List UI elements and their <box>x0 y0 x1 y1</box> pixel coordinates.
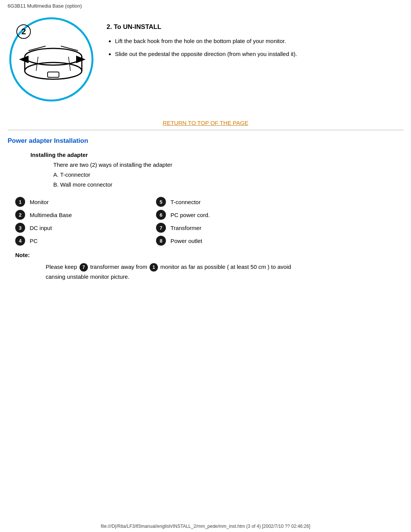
inline-badge-1: 1 <box>150 263 158 272</box>
item-label-6: PC power cord. <box>170 212 210 218</box>
item-label-1: Monitor <box>30 199 49 205</box>
badge-7: 7 <box>156 223 166 233</box>
numbered-item-2: 2 Multimedia Base <box>15 209 141 220</box>
numbered-item-5: 5 T-connector <box>156 196 282 208</box>
adapter-desc1: There are two (2) ways of installing the… <box>53 160 403 169</box>
item-label-2: Multimedia Base <box>30 212 72 218</box>
badge-8: 8 <box>156 236 166 246</box>
page-header: 6G3B11 Multimedia Base (option) <box>0 0 411 12</box>
numbered-item-4: 4 PC <box>15 235 141 246</box>
note-text: Please keep 7 transformer away from 1 mo… <box>46 262 312 281</box>
section-divider <box>8 130 403 130</box>
note-label: Note: <box>15 252 403 258</box>
step2-illustration: 2 <box>8 16 95 104</box>
svg-marker-10 <box>19 56 29 63</box>
svg-text:2: 2 <box>21 27 26 36</box>
installing-adapter-title: Installing the adapter <box>30 152 403 158</box>
item-label-4: PC <box>30 238 38 244</box>
note-text-mid: transformer away from <box>90 264 147 270</box>
item-label-7: Transformer <box>170 225 201 231</box>
item-label-5: T-connector <box>170 199 201 205</box>
uninstall-section: 2 <box>8 16 403 104</box>
numbered-items-grid: 1 Monitor 5 T-connector 2 Multimedia Bas… <box>15 196 282 246</box>
adapter-desc3: B. Wall more connector <box>53 180 403 189</box>
badge-6: 6 <box>156 210 166 220</box>
numbered-item-1: 1 Monitor <box>15 196 141 208</box>
inline-badge-7: 7 <box>80 263 88 272</box>
adapter-desc2: A. T-connector <box>53 170 403 179</box>
numbered-item-8: 8 Power outlet <box>156 235 282 246</box>
return-link-area: RETURN TO TOP OF THE PAGE <box>8 120 403 126</box>
header-title: 6G3B11 Multimedia Base (option) <box>8 3 82 9</box>
note-text-before: Please keep <box>46 264 77 270</box>
uninstall-text-block: 2. To UN-INSTALL Lift the back hook from… <box>107 16 403 62</box>
badge-5: 5 <box>156 197 166 207</box>
numbered-item-3: 3 DC input <box>15 222 141 233</box>
footer-text: file:///D|/Rita/LF3/lf3manual/english/IN… <box>101 524 311 529</box>
uninstall-step1: Lift the back hook from the hole on the … <box>115 36 403 46</box>
badge-3: 3 <box>15 223 25 233</box>
badge-4: 4 <box>15 236 25 246</box>
numbered-item-7: 7 Transformer <box>156 222 282 233</box>
uninstall-title: 2. To UN-INSTALL <box>107 23 403 31</box>
badge-1: 1 <box>15 197 25 207</box>
numbered-item-6: 6 PC power cord. <box>156 209 282 220</box>
uninstall-list: Lift the back hook from the hole on the … <box>107 36 403 59</box>
return-to-top-link[interactable]: RETURN TO TOP OF THE PAGE <box>163 120 249 126</box>
item-label-3: DC input <box>30 225 52 231</box>
item-label-8: Power outlet <box>170 238 202 244</box>
uninstall-step2: Slide out the pedestal the opposite dire… <box>115 49 403 59</box>
power-adapter-title: Power adapter Installation <box>8 137 403 145</box>
power-adapter-section: Power adapter Installation Installing th… <box>8 137 403 281</box>
page-footer: file:///D|/Rita/LF3/lf3manual/english/IN… <box>0 524 411 529</box>
svg-rect-9 <box>48 72 59 77</box>
svg-marker-11 <box>76 56 86 63</box>
badge-2: 2 <box>15 210 25 220</box>
